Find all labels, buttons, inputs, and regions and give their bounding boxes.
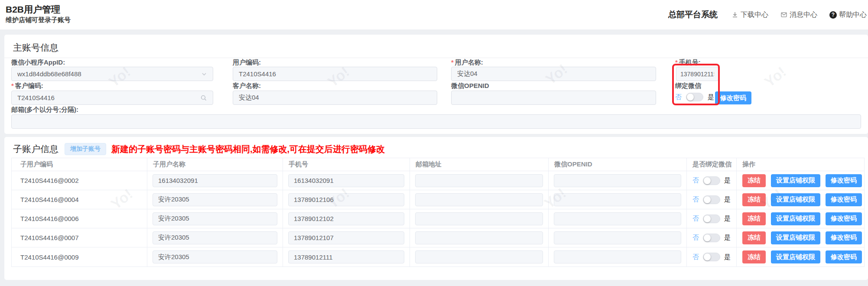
sub-user-name-input[interactable]: 安许20305: [153, 212, 277, 225]
freeze-button[interactable]: 冻结: [742, 250, 766, 263]
download-icon: [731, 11, 738, 18]
appid-field-group: 微信小程序AppID:: [11, 58, 65, 67]
row-actions-cell: 冻结设置店铺权限修改密码: [737, 190, 864, 209]
sub-user-phone-input[interactable]: 13789012102: [288, 212, 404, 225]
bind-yes-label: 是: [724, 234, 731, 242]
topbar-right: 总部平台系统 下载中心消息中心?帮助中心: [668, 0, 867, 29]
sub-user-email-input[interactable]: [415, 231, 543, 244]
sub-user-email-input[interactable]: [415, 193, 543, 206]
set-store-permission-button[interactable]: 设置店铺权限: [771, 250, 820, 263]
bind-no-label: 否: [692, 234, 699, 242]
change-password-button[interactable]: 修改密码: [826, 174, 862, 187]
user-code-input[interactable]: T2410S4416: [233, 67, 437, 81]
change-password-button[interactable]: 修改密码: [826, 212, 862, 225]
table-row: T2410S4416@0007安许2030513789012107否是冻结设置店…: [12, 228, 864, 247]
topbar-nav-item-2[interactable]: 消息中心: [780, 10, 817, 20]
bind-yes-label: 是: [724, 214, 731, 223]
openid-input[interactable]: [451, 91, 656, 105]
sub-user-email-input[interactable]: [415, 174, 543, 187]
sub-user-phone-input-cell: 13789012106: [283, 190, 410, 209]
bind-wechat-toggle[interactable]: [703, 214, 720, 223]
add-sub-account-button[interactable]: 增加子账号: [65, 143, 106, 155]
user-name-value: 安达04: [457, 70, 650, 78]
search-icon[interactable]: [200, 94, 207, 101]
sub-user-phone-input[interactable]: 13789012107: [288, 231, 404, 244]
row-actions-cell: 冻结设置店铺权限修改密码: [737, 228, 864, 247]
appid-select[interactable]: wx1d84ddb68e68f488: [11, 67, 213, 81]
user-code-field-group: 用户编码:: [233, 58, 261, 67]
change-password-button[interactable]: 修改密码: [826, 193, 862, 206]
sub-user-openid-input[interactable]: [554, 174, 681, 187]
sub-user-phone-input-cell: 16134032091: [283, 171, 410, 190]
phone-input[interactable]: 13789012115: [676, 67, 718, 81]
set-store-permission-button[interactable]: 设置店铺权限: [771, 193, 820, 206]
main-account-section-title: 主账号信息: [13, 42, 59, 54]
set-store-permission-button[interactable]: 设置店铺权限: [771, 231, 820, 244]
sub-user-openid-input-cell: [549, 209, 687, 228]
change-password-button[interactable]: 修改密码: [715, 91, 751, 104]
sub-user-email-input-cell: [410, 171, 549, 190]
password-notice: 新建的子账号密码与主账号密码相同,如需修改,可在提交后进行密码修改: [111, 143, 385, 155]
sub-user-name-input[interactable]: 16134032091: [153, 174, 277, 187]
bind-wechat-toggle[interactable]: [703, 234, 720, 242]
sub-user-email-input[interactable]: [415, 250, 543, 263]
sub-user-openid-input[interactable]: [554, 193, 681, 206]
sub-user-phone-input-value: 13789012107: [294, 234, 334, 241]
freeze-button[interactable]: 冻结: [742, 231, 766, 244]
bind-no-label: 否: [692, 176, 699, 185]
user-name-input[interactable]: 安达04: [451, 67, 656, 81]
sub-user-name-input[interactable]: 安许20305: [153, 231, 277, 244]
column-header: 邮箱地址: [410, 158, 549, 171]
bind-wechat-toggle[interactable]: [703, 176, 720, 185]
column-header: 是否绑定微信: [687, 158, 737, 171]
user-code-value: T2410S4416: [239, 70, 431, 78]
customer-name-input[interactable]: 安达04: [233, 91, 437, 105]
table-row: T2410S4416@0004安许2030513789012106否是冻结设置店…: [12, 190, 864, 209]
freeze-button[interactable]: 冻结: [742, 212, 766, 225]
sub-user-name-input[interactable]: 安许20305: [153, 193, 277, 206]
email-input[interactable]: [11, 114, 861, 129]
bind-yes-label: 是: [724, 176, 731, 185]
required-mark: *: [451, 58, 454, 66]
toggle-knob: [704, 215, 711, 222]
bind-wechat-toggle[interactable]: [703, 195, 720, 204]
set-store-permission-button[interactable]: 设置店铺权限: [771, 212, 820, 225]
sub-user-phone-input[interactable]: 13789012111: [288, 250, 404, 263]
sub-user-openid-input[interactable]: [554, 250, 681, 263]
sub-user-phone-input[interactable]: 16134032091: [288, 174, 404, 187]
sub-user-name-input[interactable]: 安许20305: [153, 250, 277, 263]
sub-user-phone-input[interactable]: 13789012106: [288, 193, 404, 206]
bind-wechat-toggle[interactable]: [686, 93, 703, 101]
change-password-button[interactable]: 修改密码: [826, 250, 862, 263]
column-header: 手机号: [283, 158, 410, 171]
sub-user-openid-input[interactable]: [554, 231, 681, 244]
sub-user-name-input-cell: 16134032091: [147, 171, 283, 190]
set-store-permission-button[interactable]: 设置店铺权限: [771, 174, 820, 187]
help-icon: ?: [829, 11, 837, 19]
topbar-nav-item-1[interactable]: 下载中心: [731, 10, 768, 20]
customer-code-field-group: *客户编码:: [11, 82, 43, 90]
sub-user-openid-input[interactable]: [554, 212, 681, 225]
sub-user-code-cell: T2410S4416@0002: [12, 171, 147, 190]
column-header: 微信OPENID: [549, 158, 687, 171]
customer-code-label: 客户编码:: [15, 82, 43, 89]
bind-wechat-cell: 否是: [687, 209, 737, 228]
phone-field-group: *手机号:: [675, 58, 701, 67]
bind-wechat-cell: 否是: [687, 247, 737, 266]
customer-name-field-group: 客户名称:: [233, 82, 261, 90]
user-name-label: 用户名称:: [455, 58, 483, 66]
row-actions-cell: 冻结设置店铺权限修改密码: [737, 171, 864, 190]
sub-user-email-input[interactable]: [415, 212, 543, 225]
user-code-label: 用户编码:: [233, 58, 261, 67]
freeze-button[interactable]: 冻结: [742, 174, 766, 187]
bind-wechat-cell: 否是: [687, 228, 737, 247]
customer-code-input[interactable]: T2410S4416: [11, 91, 213, 105]
freeze-button[interactable]: 冻结: [742, 193, 766, 206]
topbar-nav-item-3[interactable]: ?帮助中心: [829, 10, 867, 20]
sub-accounts-header: 子账户信息 增加子账号 新建的子账号密码与主账号密码相同,如需修改,可在提交后进…: [13, 143, 385, 155]
email-label: 邮箱(多个以分号;分隔):: [11, 106, 78, 114]
change-password-button[interactable]: 修改密码: [826, 231, 862, 244]
sub-user-phone-input-cell: 13789012102: [283, 209, 410, 228]
bind-no-label: 否: [692, 195, 699, 204]
bind-wechat-toggle[interactable]: [703, 253, 720, 261]
